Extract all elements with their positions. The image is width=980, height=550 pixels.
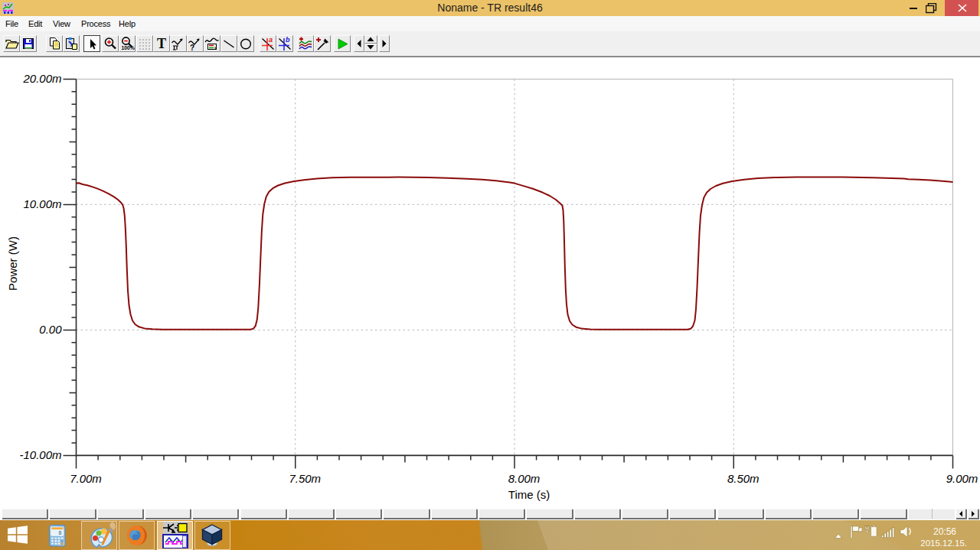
svg-text:8.00m: 8.00m xyxy=(508,472,541,485)
svg-text:0.00: 0.00 xyxy=(39,323,62,336)
svg-text:8.50m: 8.50m xyxy=(727,472,760,485)
svg-text:8: 8 xyxy=(59,530,62,535)
svg-text:Time (s): Time (s) xyxy=(508,488,550,501)
svg-text:-10.00m: -10.00m xyxy=(19,448,61,461)
svg-text:9.00m: 9.00m xyxy=(946,472,978,485)
svg-text:x: x xyxy=(214,45,217,50)
svg-text:7.50m: 7.50m xyxy=(289,472,321,485)
svg-text:b: b xyxy=(286,36,290,44)
svg-text:7.00m: 7.00m xyxy=(70,472,102,485)
svg-text:20.00m: 20.00m xyxy=(22,72,61,85)
svg-text:Power (W): Power (W) xyxy=(6,236,19,291)
svg-text:?: ? xyxy=(190,44,194,51)
svg-text:100%: 100% xyxy=(122,45,135,50)
svg-text:10.00m: 10.00m xyxy=(23,197,61,210)
svg-text:a: a xyxy=(269,36,273,44)
svg-text:T: T xyxy=(157,36,166,51)
